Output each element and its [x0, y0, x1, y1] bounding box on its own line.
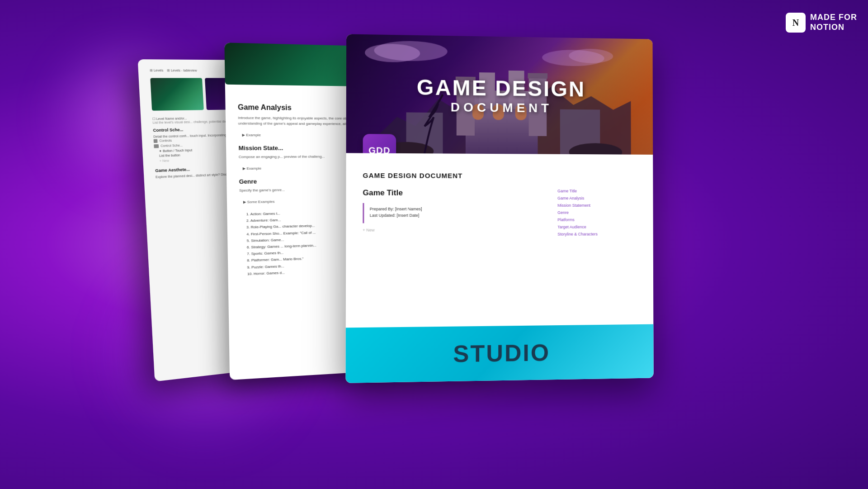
back-image-1: [150, 78, 204, 110]
toc-item-audience[interactable]: Target Audience: [557, 225, 637, 229]
toc-item-game-title[interactable]: Game Title: [557, 189, 637, 193]
front-left-column: Game Title Prepared By: [Insert Names] L…: [363, 188, 548, 240]
front-toc-column: Game Title Game Analysis Mission Stateme…: [557, 189, 637, 239]
hero-title: GAME DESIGN DOCUMENT: [417, 75, 585, 116]
prepared-by: Prepared By: [Insert Names]: [370, 207, 543, 211]
add-row-button[interactable]: + New: [363, 228, 548, 233]
studio-banner: STUDIO: [346, 324, 654, 383]
last-updated: Last Updated: [Insert Date]: [370, 213, 543, 218]
studio-text: STUDIO: [453, 339, 550, 367]
toc-item-storyline[interactable]: Storyline & Characters: [557, 232, 637, 236]
toc-item-mission[interactable]: Mission Statement: [557, 203, 637, 208]
prepared-block: Prepared By: [Insert Names] Last Updated…: [363, 203, 548, 223]
front-hero: GAME DESIGN DOCUMENT GDD: [346, 34, 653, 154]
cards-area: ⊞ Levels ⊞ Levels - tableview ☐ Level Na…: [140, 36, 728, 443]
toc-item-game-analysis[interactable]: Game Analysis: [557, 196, 637, 200]
toc-item-genre[interactable]: Genre: [557, 210, 637, 215]
made-for-notion-text: MADE FOR NOTION: [810, 13, 857, 32]
clouds: [346, 38, 653, 79]
mid-image-1: [224, 43, 363, 86]
front-section-title: Game Title: [363, 188, 548, 198]
front-content: GAME DESIGN DOCUMENT Game Title Prepared…: [346, 162, 653, 249]
front-page-title: GAME DESIGN DOCUMENT: [363, 171, 637, 180]
front-main-area: Game Title Prepared By: [Insert Names] L…: [363, 188, 637, 240]
toc-item-platforms[interactable]: Platforms: [557, 218, 637, 222]
notion-badge: N MADE FOR NOTION: [786, 13, 857, 33]
notion-icon: N: [786, 13, 806, 33]
front-card: GAME DESIGN DOCUMENT GDD GAME DESIGN DOC…: [346, 34, 654, 383]
gdd-icon: GDD: [363, 134, 396, 155]
